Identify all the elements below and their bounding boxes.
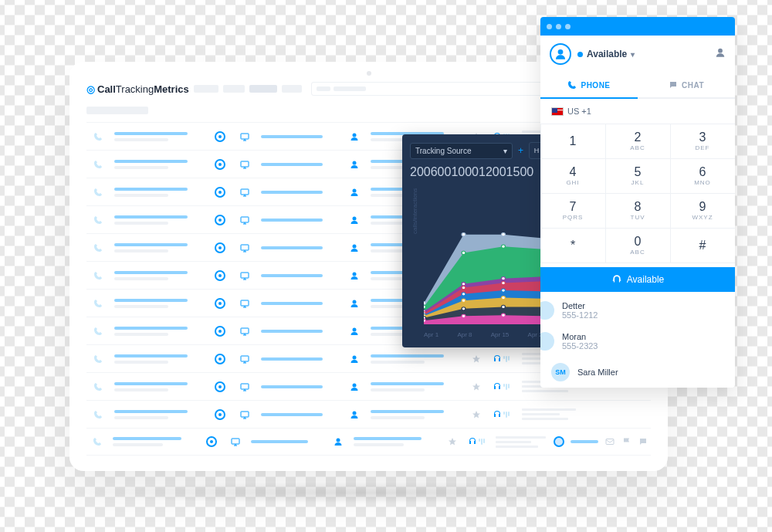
row-actions — [554, 436, 648, 447]
user-icon — [346, 382, 363, 391]
svg-point-46 — [502, 281, 506, 284]
contact-item[interactable]: Detter 555-1212 — [540, 295, 735, 326]
dialpad-key-6[interactable]: 6 MNO — [670, 158, 736, 194]
add-series-icon[interactable]: + — [516, 145, 526, 156]
agent-status-select[interactable]: Available ▾ — [577, 49, 635, 59]
phone-icon — [90, 354, 107, 364]
chart-ylabel: calls/interactions — [411, 188, 418, 234]
headset-icon — [468, 437, 488, 446]
call-info — [114, 215, 204, 225]
tab-chat[interactable]: CHAT — [638, 73, 735, 99]
star-icon[interactable] — [468, 354, 485, 364]
key-sub: ABC — [630, 249, 645, 256]
dialpad: 1 2 ABC3 DEF4 GHI5 JKL6 MNO7 PQRS8 TUV9 … — [540, 124, 735, 263]
source-bar — [261, 219, 338, 222]
dialpad-key-0[interactable]: 0 ABC — [605, 228, 671, 263]
key-num: 9 — [699, 200, 706, 214]
dialpad-key-*[interactable]: * — [540, 228, 606, 263]
key-num: # — [699, 239, 706, 252]
star-icon[interactable] — [468, 410, 485, 419]
target-icon — [204, 436, 219, 447]
mail-icon[interactable] — [604, 437, 615, 446]
svg-point-70 — [502, 313, 506, 317]
ytick: 200 — [410, 165, 431, 178]
nav-item[interactable] — [223, 85, 245, 93]
key-sub: PQRS — [563, 214, 584, 221]
phone-icon — [90, 327, 107, 336]
notes — [522, 408, 576, 420]
dialpad-key-1[interactable]: 1 — [540, 124, 606, 159]
key-sub: WXYZ — [692, 214, 713, 221]
ytick: 1500 — [506, 165, 534, 178]
svg-point-74 — [718, 49, 723, 53]
user-icon — [346, 188, 363, 197]
user-settings-icon[interactable] — [715, 47, 726, 61]
status-dot-icon — [577, 52, 583, 57]
source-bar — [261, 274, 338, 277]
svg-point-19 — [353, 383, 357, 387]
source-bar — [261, 135, 338, 138]
svg-point-3 — [353, 161, 357, 164]
agent-info — [371, 354, 460, 364]
svg-rect-16 — [241, 356, 249, 361]
svg-point-26 — [424, 302, 425, 305]
window-dot-icon — [547, 24, 552, 29]
source-bar — [261, 330, 338, 333]
available-button[interactable]: Available — [540, 267, 735, 292]
country-code-select[interactable]: US +1 — [540, 99, 735, 124]
dialpad-key-8[interactable]: 8 TUV — [605, 193, 671, 229]
logo-text-post: Metrics — [154, 83, 189, 95]
source-bar — [261, 163, 338, 166]
comment-icon[interactable] — [638, 437, 648, 446]
filter-pill[interactable] — [86, 107, 148, 114]
target-icon — [212, 298, 229, 309]
call-info — [113, 437, 196, 446]
key-sub: JKL — [631, 179, 645, 186]
nav-item[interactable] — [194, 85, 218, 93]
agent-info — [354, 437, 437, 446]
user-icon — [330, 437, 346, 446]
xtick: Apr 15 — [491, 331, 510, 338]
call-row[interactable] — [86, 400, 651, 428]
call-row[interactable] — [86, 428, 651, 456]
target-icon — [212, 326, 229, 337]
key-num: 3 — [699, 130, 706, 144]
key-sub: MNO — [694, 179, 711, 186]
dialpad-key-3[interactable]: 3 DEF — [670, 124, 736, 159]
dialpad-key-2[interactable]: 2 ABC — [605, 124, 671, 159]
dialpad-key-9[interactable]: 9 WXYZ — [670, 193, 736, 229]
dialpad-key-7[interactable]: 7 PQRS — [540, 193, 606, 229]
contact-avatar-icon — [540, 332, 554, 351]
target-icon — [212, 131, 229, 142]
nav-item[interactable] — [282, 85, 302, 93]
flag-icon[interactable] — [621, 437, 632, 446]
country-code-label: US +1 — [567, 107, 591, 116]
call-info — [114, 299, 204, 308]
agent-avatar-icon[interactable] — [550, 43, 571, 65]
call-info — [114, 271, 204, 280]
svg-rect-2 — [241, 161, 249, 167]
dialpad-key-5[interactable]: 5 JKL — [605, 158, 671, 194]
key-sub: ABC — [630, 144, 645, 151]
contact-item[interactable]: SM Sara Miller — [540, 357, 735, 388]
contact-item[interactable]: Moran 555-2323 — [540, 326, 735, 357]
svg-point-40 — [502, 277, 506, 280]
key-num: 5 — [635, 165, 642, 179]
chart-source-select[interactable]: Tracking Source ▾ — [410, 143, 513, 159]
softphone-panel: Available ▾ PHONE CHAT US +1 1 2 ABC3 DE… — [540, 17, 735, 388]
tab-phone[interactable]: PHONE — [540, 73, 638, 99]
star-icon[interactable] — [445, 437, 460, 446]
key-num: 0 — [635, 235, 642, 249]
nav-item-active[interactable] — [249, 85, 277, 93]
svg-point-51 — [462, 293, 466, 296]
svg-point-11 — [353, 272, 357, 276]
dialpad-key-#[interactable]: # — [670, 228, 736, 263]
logo-text-mid: Tracking — [116, 83, 154, 95]
user-icon — [346, 410, 363, 419]
svg-point-52 — [502, 289, 506, 292]
source-bar — [261, 357, 338, 361]
svg-point-13 — [353, 300, 357, 303]
available-button-label: Available — [627, 274, 664, 285]
star-icon[interactable] — [468, 382, 485, 391]
dialpad-key-4[interactable]: 4 GHI — [540, 158, 606, 194]
